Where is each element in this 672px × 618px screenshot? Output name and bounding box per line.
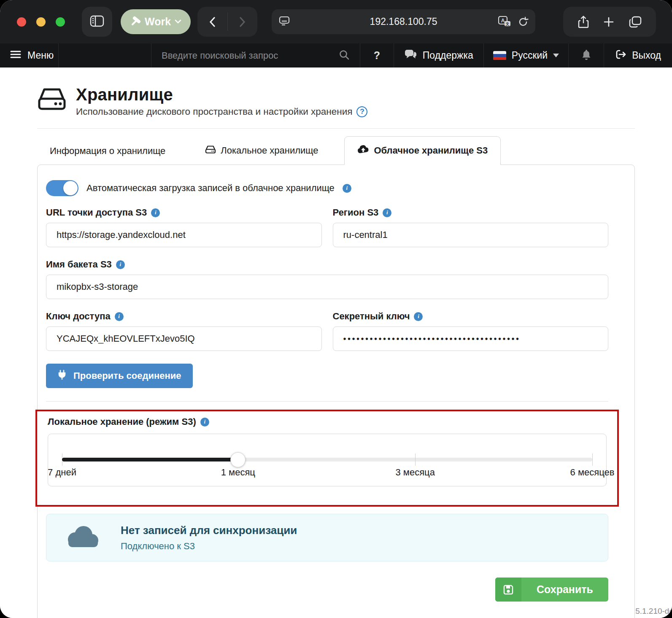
s3-endpoint-field: URL точки доступа S3 i	[46, 207, 322, 247]
minimize-window-button[interactable]	[36, 17, 46, 27]
search-icon[interactable]	[339, 49, 350, 62]
app-navbar: Меню ? Поддержка	[0, 43, 672, 67]
secret-key-input[interactable]	[333, 327, 609, 351]
url-text: 192.168.100.75	[272, 16, 535, 27]
slider-mark: 1 месяц	[221, 467, 255, 478]
retention-slider: 7 дней 1 месяц 3 месяца 6 месяцев	[48, 434, 607, 486]
secret-key-field: Секретный ключ i	[333, 311, 609, 351]
page-header: Хранилище Использование дискового простр…	[37, 85, 635, 117]
support-button[interactable]: Поддержка	[394, 43, 483, 67]
auto-upload-label: Автоматическая загрузка записей в облачн…	[86, 183, 335, 194]
fullscreen-window-button[interactable]	[56, 17, 65, 27]
info-icon[interactable]: i	[383, 208, 391, 217]
slider-mark: 3 месяца	[395, 467, 435, 478]
new-tab-button[interactable]	[603, 16, 614, 27]
close-window-button[interactable]	[17, 17, 26, 27]
svg-text:A: A	[501, 18, 505, 24]
sync-status-title: Нет записей для синхронизации	[121, 524, 297, 537]
sidebar-icon	[90, 15, 104, 28]
help-circle-icon[interactable]: ?	[356, 106, 367, 117]
svg-text:文: 文	[505, 22, 510, 26]
info-icon[interactable]: i	[200, 418, 209, 426]
check-connection-button[interactable]: Проверить соединение	[46, 364, 193, 388]
s3-region-label: Регион S3	[333, 207, 379, 218]
local-retention-label: Локальное хранение (режим S3)	[48, 416, 196, 427]
cloud-storage-panel: Автоматическая загрузка записей в облачн…	[37, 165, 635, 618]
s3-bucket-input[interactable]	[46, 275, 608, 299]
access-key-label: Ключ доступа	[46, 311, 111, 322]
tab-label: Локальное хранилище	[221, 145, 318, 156]
share-button[interactable]	[578, 16, 589, 28]
secret-key-label: Секретный ключ	[333, 311, 410, 322]
menu-button[interactable]: Меню	[0, 43, 58, 67]
safari-window: Work 192.168.100.75	[0, 0, 672, 618]
caret-down-icon	[553, 54, 559, 57]
sign-out-icon	[615, 49, 627, 62]
profile-label: Work	[145, 16, 171, 28]
slider-mark: 6 месяцев	[570, 467, 615, 478]
s3-bucket-label: Имя бакета S3	[46, 259, 112, 270]
s3-region-field: Регион S3 i	[333, 207, 609, 247]
slider-mark: 7 дней	[48, 467, 76, 478]
info-icon[interactable]: i	[115, 312, 124, 321]
profile-button[interactable]: Work	[121, 9, 191, 34]
s3-endpoint-label: URL точки доступа S3	[46, 207, 147, 218]
search-input[interactable]	[162, 50, 339, 61]
info-icon[interactable]: i	[151, 208, 160, 217]
auto-upload-row: Автоматическая загрузка записей в облачн…	[46, 180, 608, 196]
navbar-spacer	[58, 43, 151, 67]
back-button[interactable]	[197, 7, 227, 37]
help-label: ?	[374, 49, 380, 62]
logout-label: Выход	[632, 50, 661, 61]
sync-status-subtitle: Подключено к S3	[121, 541, 297, 552]
s3-bucket-field: Имя бакета S3 i	[46, 259, 608, 299]
info-icon[interactable]: i	[116, 260, 125, 269]
auto-upload-toggle[interactable]	[46, 180, 78, 196]
support-label: Поддержка	[423, 50, 473, 61]
tab-local-storage[interactable]: Локальное хранилище	[192, 137, 331, 165]
slider-tick	[415, 453, 416, 466]
hdd-icon	[37, 85, 67, 113]
translate-button[interactable]: A 文	[498, 16, 511, 28]
slider-tick	[592, 453, 593, 466]
local-retention-highlight: Локальное хранение (режим S3) i 7 дней 1…	[35, 410, 619, 507]
toolbar-right-group	[563, 7, 656, 37]
s3-region-input[interactable]	[333, 223, 609, 247]
bell-icon	[581, 49, 592, 62]
save-button[interactable]: Сохранить	[495, 578, 608, 602]
tab-cloud-storage-s3[interactable]: Облачное хранилище S3	[344, 136, 501, 165]
history-nav-group	[197, 7, 257, 37]
page-subtitle: Использование дискового пространства и н…	[76, 106, 352, 117]
storage-tabs: Информация о хранилище Локальное хранили…	[37, 136, 635, 165]
sidebar-toggle-button[interactable]	[82, 7, 112, 37]
slider-fill	[62, 458, 238, 461]
access-key-input[interactable]	[46, 327, 322, 351]
reload-button[interactable]	[518, 16, 529, 27]
s3-endpoint-input[interactable]	[46, 223, 322, 247]
language-selector[interactable]: Русский	[483, 43, 568, 67]
logout-button[interactable]: Выход	[604, 43, 672, 67]
info-icon[interactable]: i	[414, 312, 423, 321]
forward-button[interactable]	[228, 7, 258, 37]
hammer-icon	[130, 16, 141, 28]
access-key-field: Ключ доступа i	[46, 311, 322, 351]
page-format-icon	[278, 16, 290, 28]
browser-toolbar: Work 192.168.100.75	[0, 0, 672, 43]
section-divider	[46, 401, 608, 402]
info-icon[interactable]: i	[343, 184, 351, 193]
chevron-down-icon	[175, 19, 181, 25]
menu-label: Меню	[27, 50, 54, 61]
slider-track[interactable]: 7 дней 1 месяц 3 месяца 6 месяцев	[62, 458, 592, 461]
chat-icon	[404, 49, 418, 62]
address-bar[interactable]: 192.168.100.75 A 文	[272, 9, 535, 34]
notifications-button[interactable]	[568, 43, 604, 67]
tab-storage-info[interactable]: Информация о хранилище	[37, 138, 178, 165]
cloud-icon	[64, 524, 101, 552]
window-controls	[17, 17, 65, 27]
tab-overview-button[interactable]	[629, 16, 642, 28]
hamburger-icon	[10, 50, 21, 61]
help-button[interactable]: ?	[360, 43, 394, 67]
tab-label: Информация о хранилище	[50, 146, 165, 157]
slider-handle[interactable]	[230, 452, 246, 467]
floppy-icon	[495, 578, 521, 602]
